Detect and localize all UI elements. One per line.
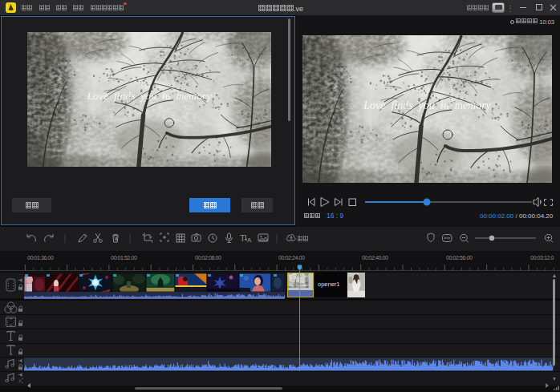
svg-text:T: T (240, 233, 246, 243)
svg-text:A: A (247, 236, 252, 244)
